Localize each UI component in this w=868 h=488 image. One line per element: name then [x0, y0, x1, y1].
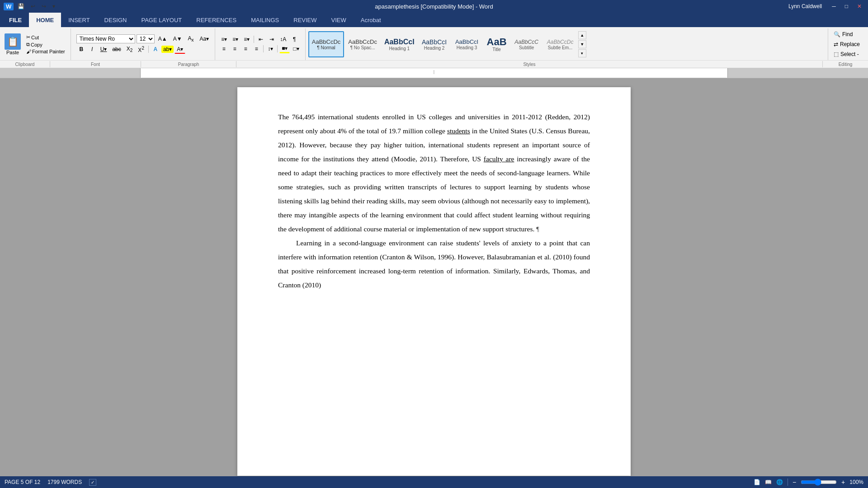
justify-btn[interactable]: ≡ — [251, 45, 261, 53]
window-title: apasamplethesis [Compatibility Mode] - W… — [375, 3, 493, 10]
tab-file[interactable]: FILE — [2, 13, 29, 27]
underline-btn[interactable]: U▾ — [98, 45, 109, 53]
read-mode-btn[interactable]: 📖 — [765, 479, 772, 485]
change-case-btn[interactable]: Aa▾ — [198, 35, 212, 43]
grow-font-btn[interactable]: A▲ — [156, 35, 170, 43]
superscript-btn[interactable]: X2 — [136, 45, 146, 54]
styles-more[interactable]: ▾ — [578, 49, 586, 57]
tab-home[interactable]: HOME — [29, 13, 61, 27]
strikethrough-btn[interactable]: abc — [110, 45, 123, 53]
cut-button[interactable]: ✂ Cut — [24, 34, 67, 41]
sort-btn[interactable]: ↕A — [278, 35, 288, 43]
align-left-btn[interactable]: ≡ — [219, 45, 229, 53]
style-h1-preview: AaBbCcI — [384, 38, 415, 46]
style-subtle-preview: AaBbCcDc — [547, 39, 574, 45]
line-spacing-btn[interactable]: ↕▾ — [265, 45, 275, 53]
increase-indent-btn[interactable]: ⇥ — [267, 35, 277, 43]
find-button[interactable]: 🔍 Find — [832, 30, 862, 38]
tab-acrobat[interactable]: Acrobat — [354, 13, 388, 27]
find-icon: 🔍 — [834, 31, 840, 38]
close-btn[interactable]: ✕ — [854, 3, 864, 9]
zoom-out-btn[interactable]: − — [793, 479, 796, 486]
tab-references[interactable]: REFERENCES — [189, 13, 244, 27]
align-right-btn[interactable]: ≡ — [241, 45, 250, 53]
restore-btn[interactable]: □ — [842, 3, 851, 9]
style-subtle-em[interactable]: AaBbCcDc Subtle Em... — [543, 31, 577, 57]
find-label: Find — [842, 31, 853, 38]
select-icon: ⬚ — [834, 51, 839, 57]
zoom-slider[interactable] — [801, 479, 837, 486]
tab-design[interactable]: DESIGN — [97, 13, 134, 27]
user-name: Lynn Caldwell — [788, 3, 822, 9]
multilevel-btn[interactable]: ≡▾ — [241, 35, 252, 43]
font-group: Times New Ro 12 A▲ A▼ Ax Aa▾ B I U▾ abc … — [73, 28, 215, 60]
borders-btn[interactable]: □▾ — [291, 45, 301, 53]
customize-btn[interactable]: ▾ — [50, 2, 57, 10]
shading-btn[interactable]: ■▾ — [279, 44, 290, 53]
redo-btn[interactable]: ↪ — [39, 2, 48, 10]
font-size-select[interactable]: 12 — [137, 34, 155, 43]
bold-btn[interactable]: B — [76, 45, 86, 53]
ruler: | — [0, 68, 868, 78]
select-button[interactable]: ⬚ Select - — [832, 50, 862, 58]
paste-button[interactable]: 📋 Paste — [3, 33, 23, 56]
paragraph-2: Learning in a second-language environmen… — [278, 236, 590, 292]
style-normal[interactable]: AaBbCcDc ¶ Normal — [308, 31, 344, 57]
decrease-indent-btn[interactable]: ⇤ — [256, 35, 266, 43]
save-btn[interactable]: 💾 — [15, 2, 27, 10]
tab-review[interactable]: REVIEW — [286, 13, 324, 27]
ruler-margin-left — [0, 68, 140, 78]
style-nospace-label: ¶ No Spac... — [350, 45, 375, 50]
zoom-separator — [788, 479, 788, 486]
subscript-btn[interactable]: X2 — [124, 45, 135, 54]
replace-icon: ⇄ — [834, 41, 838, 47]
tab-mailings[interactable]: MAILINGS — [244, 13, 286, 27]
show-formatting-btn[interactable]: ¶ — [289, 35, 299, 43]
numbering-btn[interactable]: ≡▾ — [230, 35, 241, 43]
shrink-font-btn[interactable]: A▼ — [171, 35, 184, 43]
text-effects-btn[interactable]: A — [151, 45, 160, 53]
align-center-btn[interactable]: ≡ — [230, 45, 240, 53]
para-sep3 — [277, 45, 278, 52]
clear-format-btn[interactable]: Ax — [186, 34, 196, 43]
styles-scroll: ▲ ▼ ▾ — [578, 31, 586, 57]
font-color-btn[interactable]: A▾ — [175, 45, 185, 54]
format-painter-icon: 🖌 — [26, 49, 31, 54]
print-layout-btn[interactable]: 📄 — [754, 479, 760, 485]
underlined-faculty-are: faculty are — [484, 155, 514, 163]
format-painter-button[interactable]: 🖌 Format Painter — [24, 48, 67, 55]
styles-scroll-up[interactable]: ▲ — [578, 31, 586, 39]
font-name-select[interactable]: Times New Ro — [76, 34, 135, 43]
highlight-btn[interactable]: ab▾ — [161, 46, 174, 53]
style-heading1[interactable]: AaBbCcI Heading 1 — [381, 31, 418, 57]
undo-btn[interactable]: ↩ — [28, 2, 38, 10]
style-title[interactable]: AaB Title — [484, 31, 510, 57]
label-editing: Editing — [823, 62, 868, 67]
web-layout-btn[interactable]: 🌐 — [776, 479, 783, 485]
window-controls[interactable]: Lynn Caldwell ─ □ ✕ — [788, 3, 864, 9]
tab-view[interactable]: VIEW — [324, 13, 354, 27]
paste-icon: 📋 — [5, 33, 21, 50]
copy-button[interactable]: ⧉ Copy — [24, 41, 67, 48]
tab-page-layout[interactable]: PAGE LAYOUT — [134, 13, 189, 27]
ruler-center-mark: | — [434, 70, 434, 74]
status-right: 📄 📖 🌐 − + 100% — [754, 479, 863, 486]
tab-insert[interactable]: INSERT — [61, 13, 97, 27]
style-normal-label: ¶ Normal — [317, 45, 335, 50]
style-h3-preview: AaBbCcI — [455, 38, 478, 45]
style-heading2[interactable]: AaBbCcI Heading 2 — [419, 31, 450, 57]
replace-button[interactable]: ⇄ Replace — [832, 40, 862, 48]
minimize-btn[interactable]: ─ — [829, 3, 839, 9]
bullets-btn[interactable]: ≡▾ — [219, 35, 229, 43]
paragraph-mark-1: ¶ — [536, 226, 539, 233]
italic-btn[interactable]: I — [87, 45, 97, 53]
zoom-level: 100% — [849, 479, 863, 485]
proofing-icon[interactable]: ✓ — [89, 479, 96, 486]
styles-scroll-down[interactable]: ▼ — [578, 40, 586, 48]
ribbon: FILE HOME INSERT DESIGN PAGE LAYOUT REFE… — [0, 13, 868, 68]
style-heading3[interactable]: AaBbCcI Heading 3 — [451, 31, 483, 57]
style-h2-preview: AaBbCcI — [422, 38, 447, 46]
style-no-spacing[interactable]: AaBbCcDc ¶ No Spac... — [345, 31, 380, 57]
style-subtitle[interactable]: AaBbCcC Subtitle — [511, 31, 542, 57]
zoom-in-btn[interactable]: + — [841, 479, 845, 486]
